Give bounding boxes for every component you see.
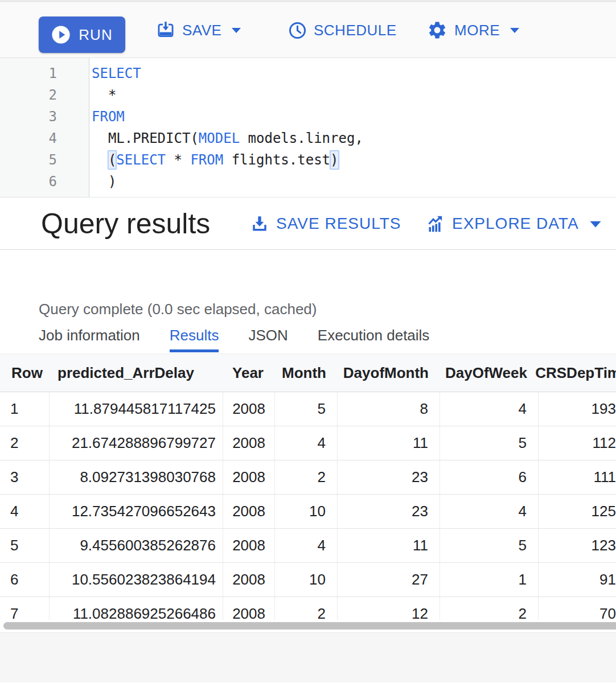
code-line: 2 * (0, 84, 616, 106)
table-cell: 2 (275, 460, 338, 494)
column-header: predicted_ArrDelay (50, 354, 223, 392)
run-button[interactable]: RUN (39, 17, 125, 53)
table-cell: 8 (338, 392, 440, 426)
run-button-label: RUN (79, 26, 112, 44)
table-cell: 2008 (223, 392, 275, 426)
code-line: 6 ) (0, 171, 616, 192)
code-text: * (89, 84, 116, 106)
table-cell: 2 (0, 426, 50, 460)
tab-job-information[interactable]: Job information (39, 327, 140, 352)
line-number: 4 (0, 127, 89, 149)
clock-icon (288, 21, 307, 40)
table-cell: 1 (440, 563, 539, 596)
table-header-row: Rowpredicted_ArrDelayYearMonthDayofMonth… (0, 353, 616, 392)
table-cell: 2008 (223, 426, 275, 460)
column-header: Month (275, 354, 338, 392)
table-cell: 2008 (223, 495, 275, 528)
chart-arrow-icon (426, 215, 445, 233)
table-cell: 4 (440, 495, 539, 528)
sql-text: ) (92, 174, 116, 190)
table-row: 221.67428889679972720084115112 (0, 426, 616, 460)
code-line: 1SELECT (0, 63, 616, 84)
table-cell: 112 (539, 426, 616, 460)
line-number: 6 (0, 171, 89, 192)
table-row: 59.45560038526287620084115123 (0, 529, 616, 563)
code-text: SELECT (89, 63, 141, 84)
table-cell: 12 (338, 597, 440, 620)
schedule-button-label: SCHEDULE (314, 22, 397, 39)
matched-bracket: ) (330, 150, 339, 170)
gear-icon (427, 20, 447, 40)
table-cell: 11.879445817117425 (50, 392, 223, 426)
chevron-down-icon (589, 220, 602, 228)
table-cell: 2 (275, 597, 338, 620)
tab-results[interactable]: Results (170, 327, 219, 352)
column-header: DayOfWeek (440, 354, 539, 392)
table-cell: 9.455600385262876 (50, 529, 223, 562)
table-cell: 193 (539, 392, 616, 426)
horizontal-scrollbar (0, 620, 616, 632)
explore-data-button[interactable]: EXPLORE DATA (426, 198, 602, 250)
sql-code: 1SELECT2 *3FROM4 ML.PREDICT(MODEL models… (0, 58, 616, 192)
tab-execution-details[interactable]: Execution details (318, 327, 430, 352)
table-row: 610.55602382386419420081027191 (0, 563, 616, 597)
code-text: FROM (89, 106, 125, 127)
column-header: Row (0, 354, 50, 392)
code-line: 3FROM (0, 106, 616, 127)
query-toolbar: RUN SAVE SCHE (0, 2, 616, 58)
schedule-button[interactable]: SCHEDULE (288, 2, 397, 58)
table-cell: 11.082886925266486 (50, 597, 223, 620)
sql-text (92, 152, 108, 168)
table-cell: 2 (440, 597, 539, 620)
more-button[interactable]: MORE (427, 2, 520, 58)
line-number: 2 (0, 84, 89, 106)
sql-keyword: MODEL (199, 130, 240, 146)
table-cell: 23 (338, 495, 440, 528)
sql-editor[interactable]: 1SELECT2 *3FROM4 ML.PREDICT(MODEL models… (0, 58, 616, 198)
code-text: ) (89, 171, 116, 192)
table-cell: 10 (275, 495, 338, 528)
sql-text: ML.PREDICT( (92, 130, 199, 146)
sql-keyword: SELECT (116, 152, 166, 168)
table-cell: 5 (440, 426, 539, 460)
table-cell: 27 (338, 563, 440, 596)
table-cell: 6 (0, 563, 50, 596)
table-row: 711.0828869252664862008212270 (0, 597, 616, 620)
table-row: 38.09273139803076820082236111 (0, 460, 616, 495)
table-cell: 12.735427096652643 (50, 495, 223, 528)
table-cell: 2008 (223, 460, 275, 494)
sql-keyword: FROM (190, 152, 223, 168)
save-results-button[interactable]: SAVE RESULTS (250, 198, 401, 250)
table-cell: 91 (539, 563, 616, 596)
line-number: 1 (0, 63, 89, 84)
table-cell: 10.556023823864194 (50, 563, 223, 596)
query-status-text: Query complete (0.0 sec elapsed, cached) (39, 300, 616, 319)
tab-json[interactable]: JSON (248, 327, 288, 352)
table-cell: 6 (440, 460, 539, 494)
column-header: DayofMonth (338, 354, 440, 392)
table-cell: 23 (338, 460, 440, 494)
table-cell: 8.092731398030768 (50, 460, 223, 494)
line-number: 5 (0, 149, 89, 171)
table-cell: 2008 (223, 529, 275, 562)
table-cell: 111 (539, 460, 616, 494)
table-cell: 2008 (223, 597, 275, 620)
sql-text: * (92, 87, 116, 103)
scrollbar-thumb[interactable] (3, 622, 616, 629)
table-cell: 4 (275, 426, 338, 460)
table-cell: 11 (338, 426, 440, 460)
table-cell: 123 (539, 529, 616, 562)
sql-keyword: SELECT (92, 65, 141, 81)
table-cell: 3 (0, 460, 50, 494)
results-header-bar: Query results SAVE RESULTS (0, 198, 616, 250)
table-cell: 2008 (223, 563, 275, 596)
sql-text: models.linreg, (240, 130, 363, 146)
results-table: Rowpredicted_ArrDelayYearMonthDayofMonth… (0, 353, 616, 620)
table-cell: 125 (539, 495, 616, 528)
column-header: Year (223, 354, 275, 392)
save-results-label: SAVE RESULTS (276, 215, 401, 233)
save-button[interactable]: SAVE (156, 2, 242, 58)
table-cell: 1 (0, 392, 50, 426)
code-text: ML.PREDICT(MODEL models.linreg, (89, 127, 363, 149)
sql-text: flights.test (223, 152, 330, 168)
